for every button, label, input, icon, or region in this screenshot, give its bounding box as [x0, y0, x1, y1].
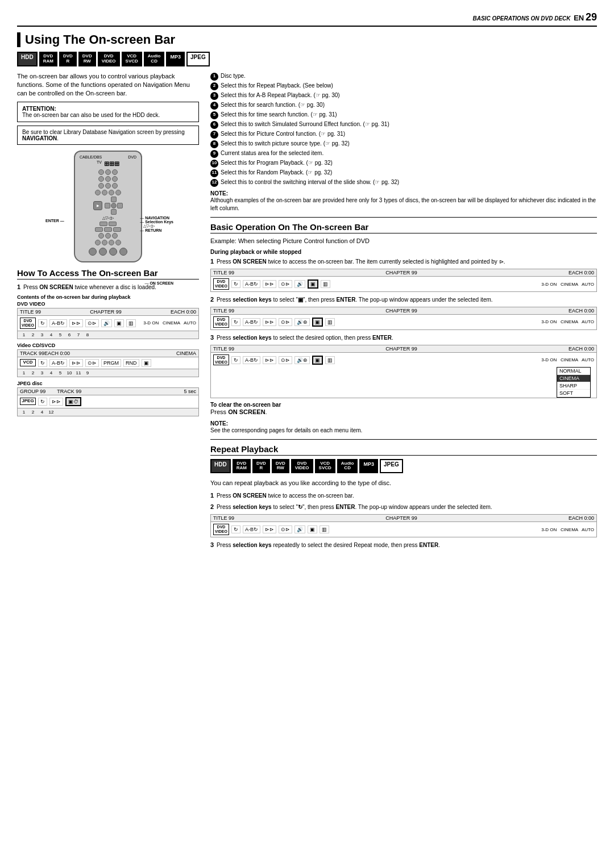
each0: EACH 0:00 [569, 270, 594, 276]
rep-dvd-badge: DVDVIDEO [213, 524, 229, 535]
remote-left-btn [105, 203, 110, 208]
repeat-title: Repeat Playback [210, 444, 597, 456]
chapter-label: CHAPTER 99 [90, 309, 122, 315]
source-icon: ▥ [126, 319, 136, 327]
disc-btn-dvdrw: DVDRW [78, 52, 96, 66]
chapter99: CHAPTER 99 [385, 270, 417, 276]
ab-repeat-icon: A-B↻ [49, 319, 67, 327]
skip-icon: ⊳⊳ [69, 319, 83, 327]
remote-btn [98, 233, 104, 239]
basic-bar1-body: DVDVIDEO ↻ A-B↻ ⊳⊳ ⊙⊳ 🔊 ▣ ▥ 3-D ON CINEM… [211, 277, 596, 291]
header-title: BASIC OPERATIONS ON DVD DECK [473, 15, 571, 22]
rep-btn-hdd: HDD [210, 459, 231, 474]
slideshow-icon-jpeg: ▣⏱ [65, 397, 81, 406]
cable-dbs-label: CABLE/DBS [80, 155, 102, 159]
b2-skip: ⊳⊳ [263, 318, 276, 326]
repeat-disc-buttons: HDD DVDRAM DVDR DVDRW DVDVIDEO VCDSVCD A… [210, 459, 597, 474]
dvd-video-bar: TITLE 99 CHAPTER 99 EACH 0:00 DVDVIDEO ↻… [17, 308, 199, 339]
list-item-10: 10Select this for Program Playback. (☞ p… [210, 159, 597, 168]
b2-picture: ▣ [312, 318, 323, 327]
repeat-icon-jpeg: ↻ [38, 398, 47, 406]
rep-source: ▥ [320, 525, 329, 533]
remote-diagram: CABLE/DBS DVD TV ⊞⊞⊞ [43, 151, 173, 262]
contents-title: Contents of the on-screen bar during pla… [17, 294, 199, 300]
bar-body-vcd: VCD ↻ A-B↻ ⊳⊳ ⊙⊳ PRGM RND ▣ [18, 357, 198, 369]
play-icon-vcd: ⊙⊳ [85, 359, 99, 367]
rep-play: ⊙⊳ [279, 525, 292, 533]
repeat-bar-header: TITLE 99 CHAPTER 99 EACH 0:00 [211, 515, 596, 522]
note-text: Although examples of the on-screen bar a… [210, 197, 597, 212]
list-item-2: 2Select this for Repeat Playback. (See b… [210, 82, 597, 90]
remote-up-btn [111, 197, 117, 202]
list-item-12: 12Select this to control the switching i… [210, 178, 597, 187]
remote-btn [109, 240, 114, 245]
remote-btn-sq [113, 227, 121, 232]
page-header: BASIC OPERATIONS ON DVD DECK EN 29 [17, 11, 597, 27]
remote-btn [98, 169, 104, 175]
rep-step1: 1 Press ON SCREEN twice to access the on… [210, 491, 597, 500]
onscreen-label: — ON SCREEN [144, 281, 173, 285]
remote-btn [105, 176, 111, 182]
repeat-bar-body: DVDVIDEO ↻ A-B↻ ⊳⊳ ⊙⊳ 🔊 ▣ ▥ 3-D ON CINEM… [211, 522, 596, 536]
sec-label: 5 sec [184, 389, 196, 394]
header-page: 29 [586, 11, 597, 23]
vcd-bar: TRACK 99 EACH 0:00 CINEMA VCD ↻ A-B↻ ⊳⊳ … [17, 349, 199, 377]
b3-audio: 🔊⊛ [294, 356, 310, 364]
b3-picture: ▣ [312, 356, 323, 365]
b3-repeat: ↻ [231, 356, 240, 364]
basic-bar1-header: TITLE 99 CHAPTER 99 EACH 0:00 [211, 269, 596, 277]
sharp-option: SHARP [557, 382, 590, 390]
divider1 [210, 217, 597, 218]
rnd-icon: RND [123, 359, 139, 367]
remote-btn [112, 176, 118, 182]
b1-audio: 🔊 [294, 280, 305, 288]
remote-btn-sq [99, 222, 107, 226]
enter-btn: ▶ [93, 201, 102, 210]
clear-note: To clear the on-screen bar Press ON SCRE… [210, 402, 597, 416]
disc-buttons-row: HDD DVDRAM DVDR DVDRW DVDVIDEO VCDSVCD A… [17, 52, 597, 66]
picture-dropdown: NORMAL CINEMA SHARP SOFT [557, 367, 591, 398]
vcd-badge: VCD [20, 359, 36, 366]
tv-label: TV [97, 160, 102, 168]
remote-btn [95, 190, 101, 195]
rep-step3: 3 Press selection keys repeatedly to sel… [210, 541, 597, 549]
b1-ab: A-B↻ [243, 280, 260, 288]
b3-ab: A-B↻ [243, 356, 260, 364]
jpeg-badge: JPEG [20, 398, 36, 405]
rep-btn-jpeg: JPEG [380, 459, 403, 474]
remote-btn [105, 233, 111, 239]
rep-audio: 🔊 [294, 525, 305, 533]
remote-btn-sq [104, 227, 112, 232]
b2-3d: 3-D ON CINEMA AUTO [541, 319, 594, 324]
right-column: 1Disc type. 2Select this for Repeat Play… [210, 72, 597, 553]
attention-text: The on-screen bar can also be used for t… [22, 112, 194, 118]
jpeg-label-title: JPEG disc [17, 381, 199, 386]
repeat-bar: TITLE 99 CHAPTER 99 EACH 0:00 DVDVIDEO ↻… [210, 514, 597, 537]
repeat-intro: You can repeat playback as you like acco… [210, 479, 597, 487]
dvd-video-label: DVD VIDEO [17, 301, 199, 307]
note-title: NOTE: [210, 190, 597, 197]
dvd-badge3: DVDVIDEO [213, 354, 229, 365]
basic-bar2: TITLE 99 CHAPTER 99 EACH 0:00 DVDVIDEO ↻… [210, 307, 597, 329]
remote-btn [95, 240, 101, 245]
remote-btn [98, 183, 104, 189]
rep-skip: ⊳⊳ [263, 525, 276, 533]
selector-graphic: ⊞⊞⊞ [104, 160, 119, 168]
basic-op-title: Basic Operation On The On-screen Bar [210, 222, 597, 233]
dvd-bar-numbers: 1 2 3 4 5 6 7 8 [18, 331, 198, 339]
b1-skip: ⊳⊳ [263, 280, 276, 288]
remote-btn [115, 240, 121, 245]
repeat-icon-vcd: ↻ [38, 359, 47, 367]
picture-icon-vcd: ▣ [142, 359, 151, 367]
group-label: GROUP 99 [20, 389, 45, 394]
bar-header-jpeg: GROUP 99 TRACK 99 5 sec [18, 388, 198, 395]
list-item-11: 11Select this for Random Playback. (☞ pg… [210, 169, 597, 177]
b2-play: ⊙⊳ [279, 318, 292, 326]
attention-box: ATTENTION: The on-screen bar can also be… [17, 102, 199, 122]
bar-header-vcd: TRACK 99 EACH 0:00 CINEMA [18, 350, 198, 357]
rep-ab: A-B↻ [243, 525, 260, 533]
remote-right-btn [117, 203, 123, 208]
remote-btn [105, 169, 111, 175]
disc-btn-vcd: VCDSVCD [122, 52, 142, 66]
list-item-1: 1Disc type. [210, 72, 597, 81]
